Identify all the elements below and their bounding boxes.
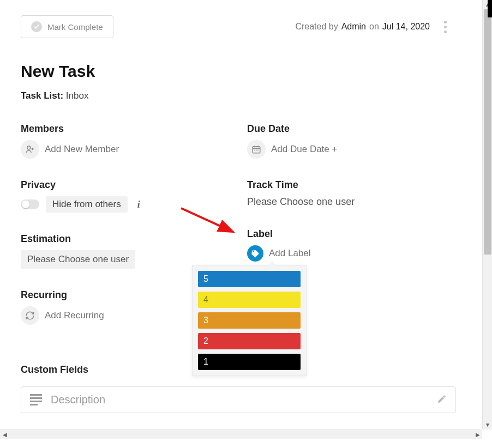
text-align-icon xyxy=(30,394,42,405)
label-option[interactable]: 1 xyxy=(198,354,301,370)
privacy-label: Privacy xyxy=(21,179,225,191)
scroll-right-icon[interactable]: ▶ xyxy=(473,430,482,439)
scroll-left-icon[interactable]: ◀ xyxy=(0,430,9,439)
created-by-text: Created by Admin on Jul 14, 2020 xyxy=(295,22,430,32)
estimation-text[interactable]: Please Choose one user xyxy=(21,250,135,269)
more-options-button[interactable] xyxy=(439,17,452,36)
label-option[interactable]: 3 xyxy=(198,312,301,329)
tag-icon xyxy=(247,245,263,262)
tracktime-label: Track Time xyxy=(247,179,452,191)
created-by-user: Admin xyxy=(341,22,366,32)
label-option[interactable]: 5 xyxy=(198,271,301,287)
mark-complete-label: Mark Complete xyxy=(47,22,103,32)
description-input[interactable]: Description xyxy=(21,386,456,413)
svg-rect-9 xyxy=(257,150,259,151)
horizontal-scrollbar[interactable]: ◀ ▶ xyxy=(0,429,482,439)
window-edge-decoration xyxy=(488,0,492,17)
svg-rect-7 xyxy=(254,150,255,151)
scroll-down-icon[interactable]: ▼ xyxy=(483,420,492,429)
description-placeholder: Description xyxy=(51,393,428,406)
label-option[interactable]: 4 xyxy=(198,292,301,308)
vertical-scrollbar[interactable]: ▲ ▼ xyxy=(482,0,492,429)
tasklist-value[interactable]: Inbox xyxy=(66,90,89,101)
info-icon[interactable]: i xyxy=(137,199,140,210)
add-duedate-button[interactable]: Add Due Date + xyxy=(247,140,452,159)
label-dropdown: 54321 xyxy=(192,265,307,376)
created-by-date: Jul 14, 2020 xyxy=(382,22,430,32)
estimation-label: Estimation xyxy=(21,233,225,245)
tasklist-row: Task List: Inbox xyxy=(21,90,452,101)
label-option[interactable]: 2 xyxy=(198,333,301,349)
label-section-label: Label xyxy=(247,228,452,240)
refresh-icon xyxy=(21,306,39,325)
check-icon xyxy=(31,21,42,32)
add-member-button[interactable]: Add New Member xyxy=(21,140,225,159)
privacy-toggle[interactable] xyxy=(21,199,39,209)
pencil-icon[interactable] xyxy=(437,394,447,406)
scrollbar-thumb[interactable] xyxy=(484,9,491,255)
add-label-button[interactable]: Add Label xyxy=(247,245,452,262)
calendar-icon xyxy=(247,140,266,159)
user-plus-icon xyxy=(21,140,39,159)
task-title[interactable]: New Task xyxy=(21,62,452,81)
hide-from-others-text: Hide from others xyxy=(46,196,128,213)
svg-rect-8 xyxy=(256,150,257,151)
svg-point-0 xyxy=(27,146,31,149)
tracktime-text[interactable]: Please Choose one user xyxy=(247,196,452,208)
members-label: Members xyxy=(21,123,225,135)
duedate-label: Due Date xyxy=(247,123,452,135)
mark-complete-button[interactable]: Mark Complete xyxy=(21,15,113,38)
